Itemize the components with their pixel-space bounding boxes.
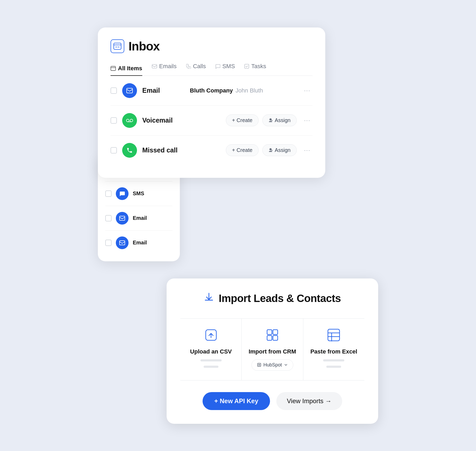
svg-rect-13: [273, 336, 278, 340]
csv-bar-2: [204, 366, 218, 368]
csv-bar-1: [200, 359, 222, 361]
tab-sms[interactable]: SMS: [216, 63, 235, 71]
import-footer: + New API Key View Imports →: [180, 392, 364, 410]
extra-row-email1: Email: [105, 206, 172, 231]
assign-btn-voicemail[interactable]: Assign: [262, 114, 297, 126]
email-avatar-extra-1: [116, 212, 129, 225]
import-option-excel[interactable]: Paste from Excel: [303, 319, 364, 380]
csv-label: Upload an CSV: [190, 348, 232, 355]
row-actions-1: ···: [302, 86, 313, 95]
excel-icon: [327, 328, 341, 344]
extra-row-email2: Email: [105, 231, 172, 255]
svg-rect-1: [111, 66, 116, 71]
svg-rect-15: [328, 329, 340, 341]
svg-rect-10: [267, 330, 272, 334]
svg-point-5: [126, 119, 129, 122]
chat-tab-icon: [216, 64, 220, 69]
import-header: Import Leads & Contacts: [180, 292, 364, 305]
svg-point-6: [130, 119, 133, 122]
row-checkbox-1[interactable]: [111, 87, 117, 94]
download-icon: [204, 292, 214, 305]
svg-rect-7: [120, 216, 125, 220]
tab-tasks[interactable]: Tasks: [244, 63, 266, 71]
create-btn-voicemail[interactable]: + Create: [226, 114, 258, 126]
excel-label: Paste from Excel: [310, 348, 357, 355]
more-options-1[interactable]: ···: [302, 86, 313, 95]
extra-label-email2: Email: [133, 240, 147, 246]
assign-btn-missed[interactable]: Assign: [262, 144, 297, 156]
assign-icon-voicemail: [268, 118, 273, 123]
extra-row-sms: SMS: [105, 182, 172, 206]
tab-all-items[interactable]: All Items: [111, 63, 142, 76]
inbox-tabs: All Items Emails Calls SMS: [111, 63, 313, 76]
row-checkbox-2[interactable]: [111, 117, 117, 124]
import-title: Import Leads & Contacts: [219, 292, 341, 304]
create-btn-missed[interactable]: + Create: [226, 144, 258, 156]
hubspot-icon: [257, 363, 261, 367]
extra-label-sms: SMS: [133, 190, 144, 197]
tab-emails[interactable]: Emails: [152, 63, 177, 71]
excel-bar-2: [326, 366, 341, 368]
contact-name-1: John Bluth: [236, 87, 263, 94]
import-card: Import Leads & Contacts Upload an CSV: [167, 278, 378, 424]
import-option-csv[interactable]: Upload an CSV: [180, 319, 242, 380]
svg-rect-4: [127, 88, 132, 93]
inbox-row-missed-call: Missed call + Create Assign ···: [111, 136, 313, 165]
svg-rect-2: [152, 64, 157, 68]
chevron-down-icon: [284, 363, 288, 367]
new-api-key-button[interactable]: + New API Key: [203, 392, 270, 410]
row-actions-2: + Create Assign: [226, 114, 296, 126]
task-tab-icon: [244, 64, 249, 69]
inbox-tab-icon: [111, 66, 116, 71]
missed-call-avatar: [122, 143, 137, 158]
upload-csv-icon: [204, 328, 218, 344]
company-name-1: Bluth Company: [190, 87, 233, 94]
inbox-header: Inbox: [111, 39, 313, 53]
row-actions-3: + Create Assign: [226, 144, 296, 156]
row-type-2: Voicemail: [142, 117, 185, 124]
import-options: Upload an CSV Import from CRM: [180, 318, 364, 380]
extra-checkbox-3[interactable]: [105, 215, 112, 221]
row-type-1: Email: [142, 87, 185, 94]
svg-rect-3: [245, 64, 249, 68]
more-options-2[interactable]: ···: [302, 116, 313, 125]
phone-tab-icon: [186, 64, 191, 69]
svg-rect-12: [267, 336, 272, 340]
sms-avatar: [116, 187, 129, 200]
excel-bar-1: [323, 359, 344, 361]
inbox-card: Inbox All Items Emails: [98, 27, 325, 178]
row-checkbox-3[interactable]: [111, 147, 117, 154]
email-avatar-1: [122, 83, 137, 98]
voicemail-avatar: [122, 113, 137, 128]
row-meta-1: Bluth Company John Bluth: [190, 87, 297, 94]
row-type-3: Missed call: [142, 146, 185, 154]
tab-calls[interactable]: Calls: [186, 63, 206, 71]
hubspot-select[interactable]: HubSpot: [251, 359, 293, 371]
inbox-row-voicemail: Voicemail + Create Assign ···: [111, 106, 313, 136]
extra-label-email1: Email: [133, 215, 147, 221]
assign-icon-missed: [268, 148, 273, 152]
email-tab-icon: [152, 64, 157, 68]
crm-icon: [266, 328, 279, 344]
inbox-icon: [111, 39, 124, 53]
import-option-crm[interactable]: Import from CRM HubSpot: [242, 319, 303, 380]
extra-checkbox-2[interactable]: [105, 190, 112, 197]
inbox-row-email: Email Bluth Company John Bluth ···: [111, 76, 313, 106]
extra-checkbox-4[interactable]: [105, 240, 112, 246]
email-avatar-extra-2: [116, 236, 129, 249]
crm-label: Import from CRM: [249, 348, 296, 355]
svg-rect-0: [114, 43, 121, 49]
view-imports-button[interactable]: View Imports →: [276, 392, 342, 410]
more-options-3[interactable]: ···: [302, 146, 313, 155]
inbox-list: Email Bluth Company John Bluth ···: [111, 76, 313, 165]
svg-rect-8: [120, 241, 125, 245]
inbox-title: Inbox: [129, 39, 160, 53]
svg-rect-11: [273, 330, 278, 334]
